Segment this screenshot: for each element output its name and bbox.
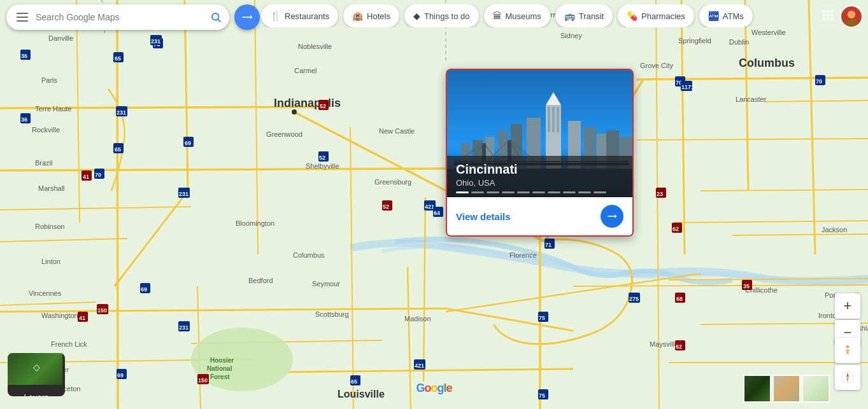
svg-text:62: 62 [672, 226, 679, 232]
svg-text:French Lick: French Lick [51, 340, 87, 348]
svg-text:New Castle: New Castle [379, 127, 415, 135]
svg-text:52: 52 [383, 204, 389, 210]
svg-text:Shelbyville: Shelbyville [306, 162, 339, 170]
svg-text:Bedford: Bedford [248, 277, 273, 284]
satellite-thumb[interactable] [743, 375, 771, 403]
view-details-button[interactable]: View details [456, 211, 511, 222]
svg-text:1171: 1171 [681, 84, 694, 90]
svg-text:Greenwood: Greenwood [266, 130, 302, 138]
nav-pills-bar: 🍴Restaurants🏨Hotels◆Things to do🏛Museums… [261, 4, 792, 27]
nav-pill-hotels[interactable]: 🏨Hotels [343, 4, 399, 27]
dot-4 [502, 191, 515, 193]
terrain-thumb[interactable] [772, 375, 800, 403]
svg-text:75: 75 [539, 392, 545, 399]
nav-pill-restaurants[interactable]: 🍴Restaurants [261, 4, 338, 27]
pegman-button[interactable] [835, 338, 860, 363]
svg-text:Columbus: Columbus [739, 57, 795, 69]
svg-text:68: 68 [676, 296, 683, 302]
search-button[interactable] [210, 11, 222, 23]
restaurants-pill-icon: 🍴 [270, 11, 281, 21]
avatar[interactable] [840, 5, 863, 28]
svg-point-205 [846, 345, 850, 349]
nav-pill-transit[interactable]: 🚌Transit [555, 4, 613, 27]
svg-text:23: 23 [657, 191, 663, 197]
map-background[interactable]: Hoosier National Forest Indianapolis Col… [0, 0, 868, 409]
restaurants-pill-label: Restaurants [285, 11, 329, 21]
svg-rect-175 [548, 107, 550, 132]
svg-text:National: National [207, 365, 232, 372]
street-thumb[interactable] [802, 375, 830, 403]
card-image-dots [456, 191, 623, 193]
pharmacies-pill-icon: 💊 [627, 11, 637, 21]
search-container[interactable] [6, 4, 229, 30]
city-info-overlay: Cincinnati Ohio, USA [447, 156, 632, 197]
svg-text:71: 71 [545, 242, 551, 248]
svg-text:Washington: Washington [41, 312, 78, 319]
svg-point-159 [212, 13, 219, 20]
svg-text:Paris: Paris [41, 76, 58, 84]
svg-text:Seymour: Seymour [312, 280, 340, 288]
svg-rect-177 [557, 107, 559, 132]
dot-7 [548, 191, 560, 193]
compass-button[interactable] [835, 364, 860, 390]
map-type-thumbnails [743, 375, 830, 403]
svg-text:Brazil: Brazil [35, 159, 53, 167]
dot-1 [456, 191, 469, 193]
svg-text:Rockville: Rockville [32, 126, 60, 134]
svg-text:Dublin: Dublin [729, 38, 749, 46]
nav-pill-museums[interactable]: 🏛Museums [484, 4, 550, 27]
right-controls [835, 364, 860, 390]
svg-text:Danville: Danville [48, 34, 73, 42]
things_to_do-pill-icon: ◆ [413, 11, 420, 21]
nav-pill-atms[interactable]: 🏧ATMs [699, 4, 753, 27]
dot-6 [532, 191, 545, 193]
nav-pill-things_to_do[interactable]: ◆Things to do [404, 4, 479, 27]
svg-point-170 [848, 11, 855, 18]
svg-text:65: 65 [115, 55, 121, 62]
layers-icon: ◇ [33, 362, 40, 372]
card-directions-button[interactable] [601, 205, 623, 228]
svg-text:421: 421 [425, 204, 434, 210]
museums-pill-label: Museums [506, 11, 541, 21]
svg-text:Marshall: Marshall [38, 184, 65, 192]
svg-text:150: 150 [198, 377, 208, 384]
svg-text:Hoosier: Hoosier [210, 357, 234, 364]
apps-grid-button[interactable] [821, 8, 835, 25]
directions-button[interactable] [234, 4, 260, 30]
menu-button[interactable] [14, 10, 31, 24]
svg-text:69: 69 [117, 372, 124, 378]
svg-text:231: 231 [117, 109, 126, 116]
svg-text:Westerville: Westerville [751, 29, 786, 36]
svg-text:Vincennes: Vincennes [29, 289, 62, 297]
svg-text:421: 421 [415, 363, 424, 369]
dot-10 [594, 191, 606, 193]
dot-3 [487, 191, 499, 193]
svg-text:75: 75 [539, 315, 545, 321]
svg-text:Bloomington: Bloomington [236, 219, 274, 227]
svg-text:231: 231 [179, 324, 189, 331]
search-input[interactable] [36, 12, 205, 22]
svg-text:41: 41 [79, 315, 85, 321]
svg-text:Grove City: Grove City [640, 62, 673, 69]
svg-text:69: 69 [185, 140, 191, 146]
svg-text:Sidney: Sidney [560, 32, 582, 39]
hotels-pill-label: Hotels [367, 11, 390, 21]
svg-text:65: 65 [351, 378, 357, 385]
atms-pill-icon: 🏧 [708, 11, 719, 21]
city-info-card: Cincinnati Ohio, USA View details [446, 69, 634, 237]
zoom-in-button[interactable]: + [835, 293, 860, 319]
svg-text:69: 69 [141, 286, 147, 293]
svg-text:52: 52 [320, 103, 326, 109]
nav-pill-pharmacies[interactable]: 💊Pharmacies [618, 4, 694, 27]
svg-text:Madison: Madison [404, 315, 431, 322]
svg-rect-161 [823, 10, 825, 12]
svg-text:Columbus: Columbus [293, 251, 325, 259]
layers-button[interactable]: ◇ Layers [8, 353, 65, 396]
card-footer: View details [447, 197, 632, 235]
top-right-controls [821, 5, 863, 28]
svg-text:52: 52 [319, 155, 325, 161]
svg-rect-163 [831, 10, 834, 12]
svg-text:150: 150 [97, 307, 107, 314]
layers-label: Layers [24, 392, 48, 397]
svg-text:Florence: Florence [509, 251, 537, 259]
